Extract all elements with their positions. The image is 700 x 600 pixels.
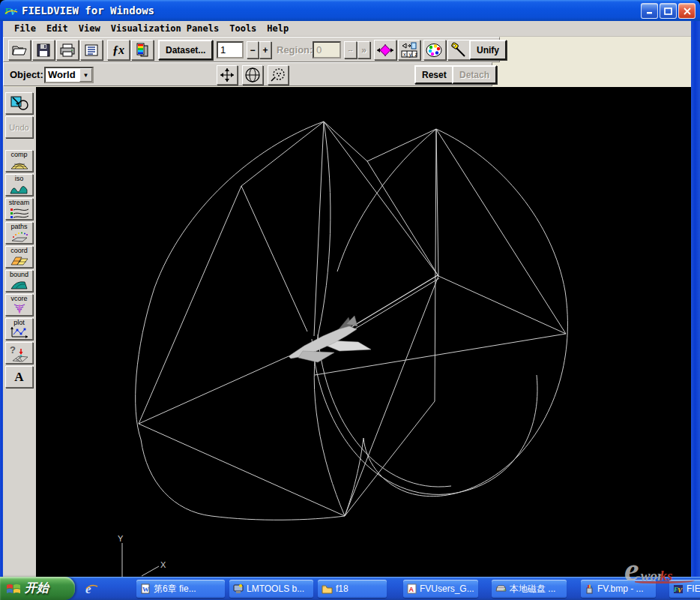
coord-label: coord: [6, 247, 32, 254]
start-button[interactable]: 开始: [0, 577, 75, 600]
fieldview-window: F V FIELDVIEW for Windows File Edit View…: [0, 0, 700, 600]
iso-surface-button[interactable]: iso: [5, 174, 33, 196]
list-icon: [85, 44, 98, 56]
3d-scene[interactable]: Y X: [36, 87, 691, 577]
iso-label: iso: [6, 175, 32, 182]
stream-label: stream: [6, 199, 32, 206]
pan-arrows-icon: [219, 67, 235, 83]
print-button[interactable]: [56, 40, 79, 60]
close-button[interactable]: [678, 3, 696, 19]
comp-grid-icon: [10, 158, 29, 170]
paint-image-icon: [585, 584, 594, 594]
menu-view[interactable]: View: [73, 22, 106, 35]
colormap-button[interactable]: [131, 40, 154, 60]
dataset-increment-button[interactable]: +: [259, 41, 271, 58]
minimize-button[interactable]: [641, 3, 658, 19]
lmtools-app-icon: [233, 584, 244, 594]
taskbar-item-local-disk[interactable]: 本地磁盘 ...: [492, 580, 567, 598]
region-step-button-1[interactable]: --: [344, 41, 357, 58]
region-number-input[interactable]: [313, 41, 341, 58]
annotation-button[interactable]: A: [5, 366, 33, 388]
region-step-button-2[interactable]: »: [357, 41, 370, 58]
fieldview-app-icon-small: F V: [673, 584, 684, 594]
dataset-sweep-button[interactable]: xyz: [398, 40, 420, 60]
globe-icon: [244, 67, 261, 83]
vortex-cores-button[interactable]: vcore: [5, 294, 33, 316]
dataset-decrement-button[interactable]: −: [247, 41, 259, 58]
folder-icon: [322, 584, 333, 594]
menu-edit[interactable]: Edit: [41, 22, 73, 35]
sting-line-1: [351, 275, 438, 327]
object-select[interactable]: World ▼: [44, 67, 94, 83]
main-toolbar: ƒx Dataset... − +: [3, 37, 500, 62]
colormap-icon: [135, 43, 150, 58]
menu-help[interactable]: Help: [262, 22, 294, 35]
open-button[interactable]: [8, 40, 31, 60]
zoom-mode-button[interactable]: [268, 65, 289, 85]
streamlines-button[interactable]: stream: [5, 198, 33, 220]
translate-mode-button[interactable]: [217, 65, 238, 85]
flashlight-icon: [450, 42, 467, 58]
vcore-label: vcore: [6, 295, 32, 302]
particle-paths-icon: [10, 231, 29, 242]
taskbar-item-lmtools[interactable]: LMTOOLS b...: [229, 580, 313, 598]
disk-drive-icon: [495, 584, 507, 593]
particle-paths-button[interactable]: paths: [5, 222, 33, 244]
dataset-button[interactable]: Dataset...: [158, 40, 213, 60]
computational-surface-button[interactable]: comp: [5, 150, 33, 172]
taskbar-item-label: FIE...: [687, 584, 700, 594]
dashes-icon: --: [349, 46, 353, 54]
taskbar: 开始 e W 第6章 fie... LMTOOLS b...: [0, 577, 700, 600]
unify-button[interactable]: Unify: [469, 40, 507, 60]
detach-button-label: Detach: [459, 70, 489, 80]
pdf-document-icon: A: [407, 584, 417, 594]
taskbar-item-pdf[interactable]: A FVUsers_G...: [403, 580, 478, 598]
save-button[interactable]: [32, 40, 55, 60]
log-button[interactable]: [80, 40, 103, 60]
save-floppy-icon: [37, 44, 50, 57]
svg-text:V: V: [678, 586, 683, 594]
palette-button[interactable]: [423, 40, 446, 60]
taskbar-item-word[interactable]: W 第6章 fie...: [136, 580, 225, 598]
taskbar-item-label: 本地磁盘 ...: [510, 583, 555, 596]
object-toolbar: Object: World ▼: [3, 62, 492, 86]
reset-button[interactable]: Reset: [414, 65, 454, 84]
detach-button[interactable]: Detach: [452, 65, 497, 84]
undo-button[interactable]: Undo: [5, 116, 33, 138]
taskbar-item-fv-bmp[interactable]: FV.bmp - ...: [581, 580, 656, 598]
menu-visualization-panels[interactable]: Visualization Panels: [106, 22, 225, 35]
probe-button[interactable]: ?: [5, 342, 33, 364]
function-button[interactable]: ƒx: [107, 40, 130, 60]
start-button-label: 开始: [25, 580, 49, 596]
taskbar-item-fieldview[interactable]: F V FIE...: [669, 580, 700, 598]
lighting-button[interactable]: [447, 40, 470, 60]
coordinate-surface-button[interactable]: coord: [5, 246, 33, 268]
dataset-number-input[interactable]: [217, 41, 244, 58]
taskbar-item-f18-folder[interactable]: f18: [318, 580, 387, 598]
iso-wave-icon: [10, 184, 29, 194]
maximize-button[interactable]: [660, 3, 677, 19]
pick-zoom-icon: [10, 95, 29, 112]
menu-tools[interactable]: Tools: [224, 22, 262, 35]
zoom-dots-icon: [270, 67, 286, 83]
pick-tool-button[interactable]: [5, 92, 33, 114]
object-select-value: World: [46, 68, 79, 82]
window-title: FIELDVIEW for Windows: [22, 4, 154, 16]
quick-launch-ie-icon[interactable]: e: [84, 581, 99, 596]
titlebar[interactable]: F V FIELDVIEW for Windows: [0, 0, 700, 21]
boundary-surface-button[interactable]: bound: [5, 270, 33, 292]
boundary-icon: [10, 280, 29, 290]
graphics-viewport[interactable]: Y X: [36, 87, 691, 577]
transform-icon: [376, 43, 394, 58]
plot-button[interactable]: plot: [5, 318, 33, 340]
transform-controls-button[interactable]: [374, 40, 396, 60]
plus-icon: +: [262, 45, 268, 56]
printer-icon: [60, 44, 75, 57]
rotate-mode-button[interactable]: [242, 65, 263, 85]
chevron-down-icon[interactable]: ▼: [79, 68, 92, 82]
sidebar: Undo comp iso stream paths: [3, 87, 36, 577]
menu-file[interactable]: File: [9, 22, 41, 35]
window-border-right: [691, 21, 700, 577]
svg-text:xyz: xyz: [403, 52, 417, 58]
annotation-a-label: A: [14, 370, 23, 385]
